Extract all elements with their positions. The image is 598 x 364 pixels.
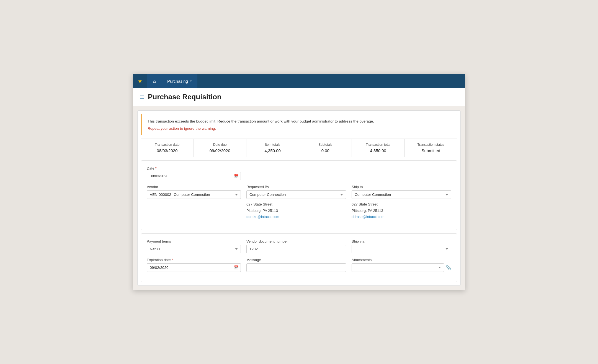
summary-subtotals: Subtotals 0.00 xyxy=(299,139,352,157)
subtotals-value: 0.00 xyxy=(302,148,349,153)
vendor-select[interactable]: VEN-000002--Computer Connection xyxy=(147,190,241,199)
vendor-label: Vendor xyxy=(147,185,241,189)
date-due-value: 09/02/2020 xyxy=(197,148,244,153)
summary-date-due: Date due 09/02/2020 xyxy=(194,139,247,157)
warning-action-link[interactable]: Repeat your action to ignore the warning… xyxy=(148,126,451,131)
transaction-total-value: 4,350.00 xyxy=(355,148,402,153)
summary-item-totals: Item totals 4,350.00 xyxy=(246,139,299,157)
vendor-field-group: Vendor VEN-000002--Computer Connection xyxy=(147,185,241,220)
requested-by-select[interactable]: Computer Connection xyxy=(246,190,346,199)
summary-transaction-total: Transaction total 4,350.00 xyxy=(352,139,405,157)
expiration-date-input-wrapper: 📅 xyxy=(147,263,241,272)
transaction-date-label: Transaction date xyxy=(144,143,191,147)
expiration-date-label: Expiration date* xyxy=(147,258,241,262)
address1-city: Pittsburg, PA 25113 xyxy=(246,208,346,214)
nav-module-button[interactable]: Purchasing ▾ xyxy=(162,74,197,88)
transaction-date-value: 08/03/2020 xyxy=(144,148,191,153)
vendor-doc-number-label: Vendor document number xyxy=(246,239,346,243)
warning-banner: This transaction exceeds the budget limi… xyxy=(141,114,457,135)
date-field-group: Date* 📅 xyxy=(147,166,241,180)
payment-terms-group: Payment terms Net30 xyxy=(147,239,241,253)
ship-to-select[interactable]: Computer Connection xyxy=(352,190,451,199)
date-input-wrapper: 📅 xyxy=(147,172,241,180)
payment-row: Payment terms Net30 Vendor document numb… xyxy=(147,239,451,253)
expiration-date-group: Expiration date* 📅 xyxy=(147,258,241,272)
summary-transaction-date: Transaction date 08/03/2020 xyxy=(141,139,194,157)
chevron-down-icon: ▾ xyxy=(190,79,192,83)
main-content: This transaction exceeds the budget limi… xyxy=(137,110,461,286)
requested-by-field-group: Requested By Computer Connection 627 Sta… xyxy=(246,185,346,220)
vendor-row: Vendor VEN-000002--Computer Connection R… xyxy=(147,185,451,220)
date-row: Date* 📅 xyxy=(147,166,451,180)
paperclip-icon[interactable]: 📎 xyxy=(446,265,451,270)
vendor-doc-number-group: Vendor document number xyxy=(246,239,346,253)
address1-email[interactable]: ddrake@intacct.com xyxy=(246,214,346,220)
summary-transaction-status: Transaction status Submitted xyxy=(405,139,457,157)
date-due-label: Date due xyxy=(197,143,244,147)
ship-via-label: Ship via xyxy=(352,239,451,243)
star-icon: ★ xyxy=(138,78,143,84)
message-label: Message xyxy=(246,258,346,262)
nav-star-button[interactable]: ★ xyxy=(133,74,147,88)
date-input[interactable] xyxy=(147,172,241,180)
menu-icon: ☰ xyxy=(140,94,145,100)
calendar-icon[interactable]: 📅 xyxy=(234,174,239,178)
app-container: ★ ⌂ Purchasing ▾ ☰ Purchase Requisition … xyxy=(133,74,465,290)
form-section-1: Date* 📅 Vendor VEN-000002--Computer Conn… xyxy=(141,160,457,230)
transaction-total-label: Transaction total xyxy=(355,143,402,147)
date-required-star: * xyxy=(155,166,156,170)
attachments-group: Attachments 📎 xyxy=(352,258,451,272)
ship-to-address: 627 State Street Pittsburg, PA 25113 ddr… xyxy=(352,201,451,220)
ship-to-label: Ship to xyxy=(352,185,451,189)
summary-bar: Transaction date 08/03/2020 Date due 09/… xyxy=(141,139,457,157)
attachments-label: Attachments xyxy=(352,258,451,262)
address1-street: 627 State Street xyxy=(246,201,346,207)
expiration-row: Expiration date* 📅 Message Attachments xyxy=(147,258,451,272)
ship-to-field-group: Ship to Computer Connection 627 State St… xyxy=(352,185,451,220)
ship-via-select[interactable] xyxy=(352,245,451,253)
requested-by-label: Requested By xyxy=(246,185,346,189)
transaction-status-value: Submitted xyxy=(408,148,455,153)
address2-street: 627 State Street xyxy=(352,201,451,207)
warning-text: This transaction exceeds the budget limi… xyxy=(148,119,451,124)
expiration-calendar-icon[interactable]: 📅 xyxy=(234,265,239,270)
date-label: Date* xyxy=(147,166,241,170)
message-group: Message xyxy=(246,258,346,272)
expiration-required-star: * xyxy=(172,258,173,262)
nav-module-label: Purchasing xyxy=(167,79,188,84)
vendor-doc-number-input[interactable] xyxy=(246,245,346,253)
attachments-select[interactable] xyxy=(352,263,444,272)
transaction-status-label: Transaction status xyxy=(408,143,455,147)
page-header: ☰ Purchase Requisition xyxy=(133,88,465,106)
payment-terms-label: Payment terms xyxy=(147,239,241,243)
attachments-row: 📎 xyxy=(352,263,451,272)
address2-city: Pittsburg, PA 25113 xyxy=(352,208,451,214)
page-title: Purchase Requisition xyxy=(148,93,221,101)
nav-home-button[interactable]: ⌂ xyxy=(147,74,162,88)
form-section-2: Payment terms Net30 Vendor document numb… xyxy=(141,233,457,282)
item-totals-value: 4,350.00 xyxy=(249,148,296,153)
expiration-date-input[interactable] xyxy=(147,263,241,272)
address2-email[interactable]: ddrake@intacct.com xyxy=(352,214,451,220)
message-input[interactable] xyxy=(246,263,346,272)
ship-via-group: Ship via xyxy=(352,239,451,253)
payment-terms-select[interactable]: Net30 xyxy=(147,245,241,253)
subtotals-label: Subtotals xyxy=(302,143,349,147)
requested-by-address: 627 State Street Pittsburg, PA 25113 ddr… xyxy=(246,201,346,220)
item-totals-label: Item totals xyxy=(249,143,296,147)
home-icon: ⌂ xyxy=(153,78,156,84)
top-nav: ★ ⌂ Purchasing ▾ xyxy=(133,74,465,88)
